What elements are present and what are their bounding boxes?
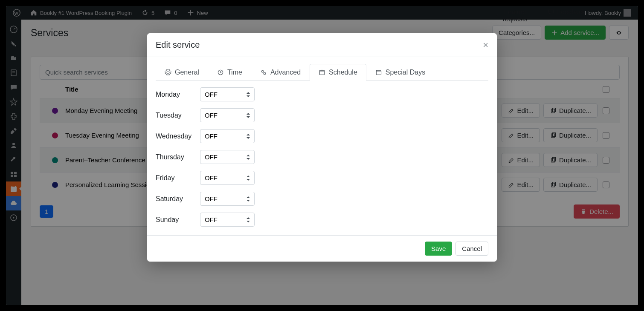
- schedule-select[interactable]: OFF: [200, 150, 255, 164]
- svg-point-26: [261, 70, 264, 72]
- calendar-icon: [319, 69, 325, 76]
- schedule-row: WednesdayOFF: [156, 129, 488, 143]
- save-label: Save: [431, 245, 446, 252]
- schedule-day-label: Wednesday: [156, 132, 195, 140]
- schedule-value: OFF: [205, 91, 218, 98]
- cancel-label: Cancel: [462, 245, 482, 252]
- gear-icon: [165, 69, 171, 76]
- schedule-value: OFF: [205, 153, 218, 161]
- schedule-select[interactable]: OFF: [200, 108, 255, 122]
- chevron-updown-icon: [247, 113, 250, 118]
- schedule-value: OFF: [205, 132, 218, 140]
- schedule-day-label: Friday: [156, 174, 195, 182]
- schedule-value: OFF: [205, 112, 218, 119]
- tab-time-label: Time: [227, 69, 242, 76]
- close-icon: ×: [483, 40, 488, 50]
- schedule-row: SundayOFF: [156, 213, 488, 227]
- schedule-value: OFF: [205, 174, 218, 181]
- schedule-day-label: Thursday: [156, 153, 195, 161]
- schedule-select[interactable]: OFF: [200, 129, 255, 143]
- modal-title: Edit service: [156, 40, 200, 50]
- tab-general[interactable]: General: [156, 64, 208, 81]
- schedule-row: TuesdayOFF: [156, 108, 488, 122]
- cancel-button[interactable]: Cancel: [455, 242, 488, 256]
- schedule-select[interactable]: OFF: [200, 213, 255, 227]
- schedule-value: OFF: [205, 195, 218, 202]
- schedule-day-label: Monday: [156, 91, 195, 98]
- chevron-updown-icon: [247, 92, 250, 97]
- chevron-updown-icon: [247, 217, 250, 222]
- modal-close-button[interactable]: ×: [483, 40, 488, 50]
- schedule-row: MondayOFF: [156, 87, 488, 101]
- chevron-updown-icon: [247, 134, 250, 139]
- schedule-day-label: Sunday: [156, 216, 195, 224]
- tab-special-days-label: Special Days: [386, 69, 425, 76]
- tab-advanced-label: Advanced: [270, 69, 301, 76]
- gears-icon: [260, 69, 267, 76]
- schedule-row: FridayOFF: [156, 171, 488, 185]
- tab-time[interactable]: Time: [208, 64, 251, 81]
- tab-special-days[interactable]: Special Days: [366, 64, 434, 81]
- clock-icon: [217, 69, 224, 76]
- schedule-row: ThursdayOFF: [156, 150, 488, 164]
- edit-service-modal: Edit service × General Time Advanced: [147, 33, 497, 262]
- chevron-updown-icon: [247, 155, 250, 160]
- schedule-value: OFF: [205, 216, 218, 223]
- svg-rect-32: [376, 70, 381, 75]
- svg-rect-28: [319, 70, 324, 75]
- modal-tabs: General Time Advanced Schedule Special D…: [156, 64, 488, 81]
- schedule-select[interactable]: OFF: [200, 87, 255, 101]
- schedule-row: SaturdayOFF: [156, 192, 488, 206]
- tab-advanced[interactable]: Advanced: [251, 64, 310, 81]
- schedule-select[interactable]: OFF: [200, 192, 255, 206]
- schedule-day-label: Saturday: [156, 195, 195, 203]
- schedule-day-label: Tuesday: [156, 112, 195, 119]
- chevron-updown-icon: [247, 176, 250, 181]
- tab-schedule-label: Schedule: [329, 69, 357, 76]
- tab-general-label: General: [175, 69, 199, 76]
- calendar-star-icon: [375, 69, 382, 76]
- chevron-updown-icon: [247, 196, 250, 202]
- svg-point-27: [264, 72, 266, 75]
- schedule-select[interactable]: OFF: [200, 171, 255, 185]
- save-button[interactable]: Save: [425, 242, 452, 256]
- tab-schedule[interactable]: Schedule: [310, 64, 366, 81]
